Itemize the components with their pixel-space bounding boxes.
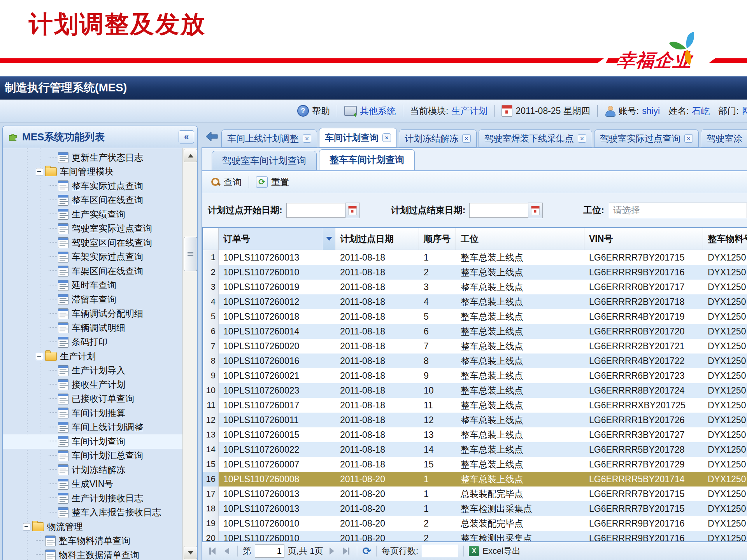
- sidebar-item[interactable]: 整车入库报告接收日志: [3, 506, 183, 520]
- table-row[interactable]: 1610PLS11072600082011-08-201整车总装上线点LG6ER…: [203, 472, 747, 486]
- sidebar-item[interactable]: 生成VIN号: [3, 477, 183, 492]
- sidebar-item[interactable]: 整车实际过点查询: [3, 179, 183, 193]
- page-number-input[interactable]: [255, 544, 284, 558]
- end-date-input[interactable]: [469, 203, 528, 218]
- sidebar-item[interactable]: 车辆调试明细: [3, 321, 183, 335]
- sidebar-item[interactable]: 延时车查询: [3, 278, 183, 293]
- help-button[interactable]: ? 帮助: [297, 105, 330, 117]
- sidebar-item[interactable]: 更新生产状态日志: [3, 150, 183, 165]
- sidebar-item[interactable]: 生产计划接收日志: [3, 491, 183, 506]
- tab-item[interactable]: 计划冻结解冻✕: [399, 130, 477, 147]
- tab-scroll-left-button[interactable]: [204, 130, 219, 143]
- column-header-vin[interactable]: VIN号: [584, 228, 703, 250]
- sidebar-item[interactable]: 整车物料清单查询: [3, 534, 183, 548]
- table-row[interactable]: 1810PLS11072600132011-08-201整车检测出采集点LG6E…: [203, 501, 747, 516]
- sidebar-item[interactable]: 物料主数据清单查询: [3, 548, 183, 560]
- tab-item[interactable]: 驾驶室实际过点查询✕: [594, 130, 699, 147]
- table-row[interactable]: 110PLS11072600132011-08-181整车总装上线点LG6ERR…: [203, 250, 747, 265]
- table-row[interactable]: 1110PLS11072600172011-08-1811整车总装上线点LG6E…: [203, 398, 747, 413]
- tree-expander-icon[interactable]: [36, 353, 43, 360]
- table-row[interactable]: 1410PLS11072600222011-08-1814整车总装上线点LG6E…: [203, 442, 747, 457]
- table-row[interactable]: 1010PLS11072600232011-08-1810整车总装上线点LG6E…: [203, 383, 747, 398]
- close-icon[interactable]: ✕: [303, 134, 311, 143]
- next-page-button[interactable]: [326, 546, 337, 556]
- table-row[interactable]: 310PLS11072600192011-08-183整车总装上线点LG6ERR…: [203, 280, 747, 294]
- table-row[interactable]: 610PLS11072600142011-08-186整车总装上线点LG6ERR…: [203, 324, 747, 339]
- sidebar-item[interactable]: 车间上线计划调整: [3, 420, 183, 435]
- tree-connector: [49, 270, 57, 272]
- first-page-button[interactable]: [207, 546, 218, 556]
- end-date-picker-button[interactable]: [528, 203, 543, 218]
- table-row[interactable]: 1210PLS11072600112011-08-1812整车总装上线点LG6E…: [203, 413, 747, 427]
- table-row[interactable]: 1710PLS11072600132011-08-201总装装配完毕点LG6ER…: [203, 486, 747, 501]
- sidebar-item[interactable]: 车间计划推算: [3, 406, 183, 420]
- sidebar-item[interactable]: 物流管理: [3, 520, 183, 534]
- start-date-input[interactable]: [286, 203, 345, 218]
- sidebar-item[interactable]: 驾驶室实际过点查询: [3, 222, 183, 236]
- table-row[interactable]: 210PLS11072600102011-08-182整车总装上线点LG6ERR…: [203, 265, 747, 280]
- table-row[interactable]: 910PLS11072600212011-08-189整车总装上线点LG6ERR…: [203, 368, 747, 383]
- column-header-station[interactable]: 工位: [456, 228, 584, 250]
- table-row[interactable]: 410PLS11072600122011-08-184整车总装上线点LG6ERR…: [203, 294, 747, 309]
- tree-expander-icon[interactable]: [23, 523, 30, 530]
- column-header-plan-date[interactable]: 计划过点日期: [335, 228, 419, 250]
- close-icon[interactable]: ✕: [684, 134, 693, 143]
- sidebar-item[interactable]: 滞留车查询: [3, 292, 183, 307]
- sidebar-item[interactable]: 车间计划汇总查询: [3, 449, 183, 463]
- sidebar-item[interactable]: 接收生产计划: [3, 378, 183, 392]
- last-page-button[interactable]: [341, 546, 352, 556]
- reset-button[interactable]: ⟳ 重置: [254, 176, 291, 188]
- station-select[interactable]: 请选择: [609, 203, 747, 218]
- column-header-order-no[interactable]: 订单号: [219, 228, 335, 250]
- table-row[interactable]: 510PLS11072600182011-08-185整车总装上线点LG6ERR…: [203, 309, 747, 324]
- tree-connector: [49, 384, 57, 385]
- prev-page-button[interactable]: [221, 546, 232, 556]
- excel-export-button[interactable]: Excel导出: [482, 545, 521, 557]
- table-row[interactable]: 1510PLS11072600072011-08-1815整车总装上线点LG6E…: [203, 457, 747, 472]
- close-icon[interactable]: ✕: [578, 134, 586, 143]
- sidebar-item[interactable]: 已接收订单查询: [3, 392, 183, 406]
- start-date-picker-button[interactable]: [345, 203, 360, 218]
- sidebar-item[interactable]: 生产实绩查询: [3, 207, 183, 222]
- refresh-grid-button[interactable]: ⟳: [362, 545, 371, 557]
- tab-item[interactable]: 车间上线计划调整✕: [221, 130, 317, 147]
- cell-station: 整车总装上线点: [456, 383, 584, 398]
- sidebar-collapse-button[interactable]: «: [179, 130, 194, 144]
- subtab-item[interactable]: 驾驶室车间计划查询: [212, 151, 317, 170]
- other-systems-button[interactable]: 其他系统: [344, 105, 396, 117]
- tree-expander-icon[interactable]: [36, 168, 43, 175]
- column-menu-button[interactable]: [323, 228, 335, 250]
- table-row[interactable]: 710PLS11072600202011-08-187整车总装上线点LG6ERR…: [203, 339, 747, 354]
- tree-connector: [49, 313, 57, 315]
- sidebar-item[interactable]: 车间计划查询: [3, 434, 183, 449]
- close-icon[interactable]: ✕: [382, 133, 391, 142]
- table-row[interactable]: 810PLS11072600162011-08-188整车总装上线点LG6ERR…: [203, 354, 747, 368]
- close-icon[interactable]: ✕: [462, 134, 471, 143]
- sidebar-item[interactable]: 车间管理模块: [3, 165, 183, 179]
- sidebar-scrollbar[interactable]: [182, 148, 197, 560]
- tab-item[interactable]: 驾驶室焊装下线采集点✕: [479, 130, 592, 147]
- sidebar-item-label: 滞留车查询: [72, 294, 116, 306]
- column-header-material[interactable]: 整车物料号: [703, 228, 747, 250]
- sidebar-item[interactable]: 生产计划导入: [3, 364, 183, 378]
- sidebar-item[interactable]: 整车区间在线查询: [3, 193, 183, 208]
- scroll-down-button[interactable]: [184, 546, 197, 559]
- sidebar-item[interactable]: 车架区间在线查询: [3, 264, 183, 278]
- cell-material: DYX1250: [703, 368, 747, 383]
- sidebar-item[interactable]: 生产计划: [3, 349, 183, 364]
- search-button[interactable]: 查询: [209, 176, 244, 188]
- scroll-up-button[interactable]: [184, 149, 197, 162]
- sidebar-item[interactable]: 条码打印: [3, 335, 183, 350]
- sidebar-item[interactable]: 驾驶室区间在线查询: [3, 236, 183, 250]
- rows-per-page-input[interactable]: [422, 545, 458, 557]
- sidebar-item[interactable]: 车架实际过点查询: [3, 250, 183, 264]
- sidebar-item[interactable]: 计划冻结解冻: [3, 463, 183, 477]
- scrollbar-thumb[interactable]: [184, 237, 197, 271]
- table-row[interactable]: 1910PLS11072600102011-08-202总装装配完毕点LG6ER…: [203, 516, 747, 531]
- subtab-active[interactable]: 整车车间计划查询: [319, 149, 415, 170]
- tab-active[interactable]: 车间计划查询✕: [319, 128, 397, 147]
- sidebar-item[interactable]: 车辆调试分配明细: [3, 307, 183, 321]
- table-row[interactable]: 1310PLS11072600152011-08-1813整车总装上线点LG6E…: [203, 427, 747, 442]
- tab-item[interactable]: 驾驶室涂: [701, 130, 747, 147]
- column-header-sequence[interactable]: 顺序号: [419, 228, 456, 250]
